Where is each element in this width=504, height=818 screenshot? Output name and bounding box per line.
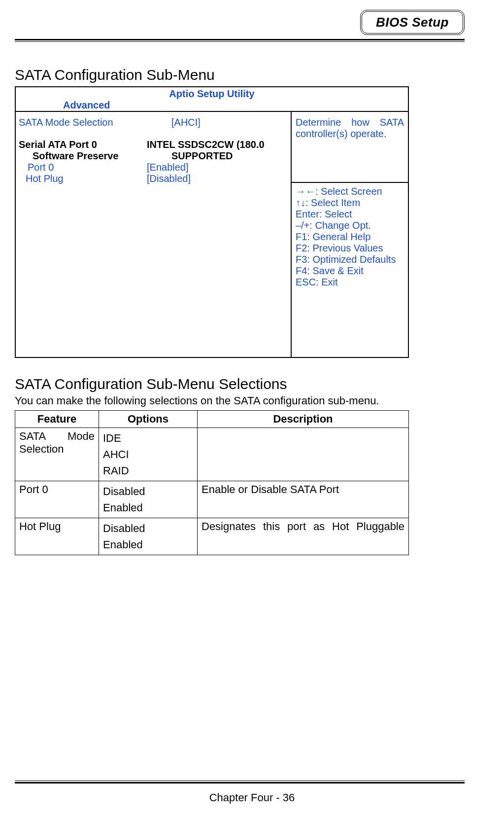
key-hint: F3: Optimized Defaults: [296, 254, 404, 265]
key-hint: F4: Save & Exit: [296, 265, 404, 277]
bios-help-text: Determine how SATA controller(s) operate…: [292, 112, 408, 183]
header-rule: [15, 39, 465, 42]
table-header-row: Feature Options Description: [15, 411, 409, 428]
serial-ata-port0-label: Serial ATA Port 0: [19, 139, 147, 150]
bios-badge: BIOS Setup: [360, 10, 465, 35]
sata-mode-value[interactable]: [AHCI]: [147, 117, 288, 128]
sata-mode-label[interactable]: SATA Mode Selection: [19, 117, 147, 128]
hotplug-label[interactable]: Hot Plug: [19, 173, 147, 184]
serial-ata-port0-value: INTEL SSDSC2CW (180.0: [147, 139, 288, 150]
key-hint: –/+: Change Opt.: [296, 220, 404, 231]
th-feature: Feature: [15, 411, 99, 428]
cell-feature: SATA Mode Selection: [15, 428, 99, 481]
cell-options: Disabled Enabled: [99, 481, 198, 518]
key-hint: ↑↓: Select Item: [296, 197, 404, 209]
key-hint: F2: Previous Values: [296, 243, 404, 254]
option-item: Disabled: [103, 483, 193, 499]
cell-description: Enable or Disable SATA Port: [198, 481, 409, 518]
page-footer: Chapter Four - 36: [0, 791, 504, 804]
bios-header: Aptio Setup Utility Advanced: [16, 87, 408, 112]
cell-options: Disabled Enabled: [99, 518, 198, 555]
option-item: AHCI: [103, 446, 193, 462]
key-hint: ESC: Exit: [296, 277, 404, 288]
port0-value[interactable]: [Enabled]: [147, 162, 288, 173]
bios-left-pane: SATA Mode Selection [AHCI] Serial ATA Po…: [16, 112, 292, 357]
software-preserve-value: SUPPORTED: [147, 150, 288, 162]
option-item: IDE: [103, 430, 193, 446]
option-item: Enabled: [103, 499, 193, 516]
port0-label[interactable]: Port 0: [19, 162, 147, 173]
bios-right-pane: Determine how SATA controller(s) operate…: [292, 112, 408, 357]
section-title-selections: SATA Configuration Sub-Menu Selections: [15, 376, 465, 392]
cell-description: Designates this port as Hot Pluggable: [198, 518, 409, 555]
footer-rule: [15, 781, 465, 783]
table-row: SATA Mode Selection IDE AHCI RAID: [15, 428, 409, 481]
key-hint: →←: Select Screen: [296, 186, 404, 197]
selections-intro: You can make the following selections on…: [15, 394, 465, 407]
option-item: Enabled: [103, 536, 193, 553]
key-hint: F1: General Help: [296, 231, 404, 243]
bios-tab-advanced: Advanced: [19, 100, 405, 111]
th-description: Description: [198, 411, 409, 428]
table-row: Hot Plug Disabled Enabled Designates thi…: [15, 518, 409, 555]
bios-utility-box: Aptio Setup Utility Advanced SATA Mode S…: [15, 86, 409, 358]
cell-feature: Port 0: [15, 481, 99, 518]
option-item: Disabled: [103, 520, 193, 536]
bios-key-hints: →←: Select Screen ↑↓: Select Item Enter:…: [292, 183, 408, 357]
cell-options: IDE AHCI RAID: [99, 428, 198, 481]
option-item: RAID: [103, 462, 193, 479]
th-options: Options: [99, 411, 198, 428]
hotplug-value[interactable]: [Disabled]: [147, 173, 288, 184]
bios-utility-title: Aptio Setup Utility: [19, 88, 405, 100]
table-row: Port 0 Disabled Enabled Enable or Disabl…: [15, 481, 409, 518]
software-preserve-label: Software Preserve: [19, 150, 147, 162]
section-title-sata-submenu: SATA Configuration Sub-Menu: [15, 67, 465, 83]
cell-feature: Hot Plug: [15, 518, 99, 555]
key-hint: Enter: Select: [296, 209, 404, 220]
cell-description: [198, 428, 409, 481]
selections-table: Feature Options Description SATA Mode Se…: [15, 410, 409, 555]
